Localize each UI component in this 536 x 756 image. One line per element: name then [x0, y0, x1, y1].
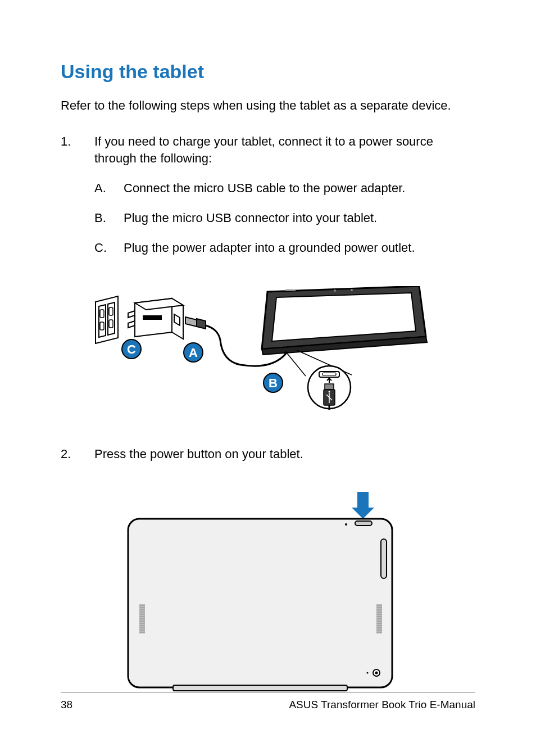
- svg-rect-57: [173, 685, 347, 691]
- svg-rect-22: [128, 519, 392, 687]
- substep-b: B. Plug the micro USB connector into you…: [94, 210, 475, 227]
- svg-point-6: [334, 289, 336, 292]
- intro-text: Refer to the following steps when using …: [61, 97, 475, 114]
- charging-diagram-svg: C A B: [89, 286, 431, 412]
- callout-b: B: [264, 373, 283, 392]
- micro-usb-detail: [308, 366, 351, 410]
- svg-point-24: [345, 523, 347, 526]
- power-button-diagram: [61, 492, 475, 694]
- callout-c: C: [122, 339, 141, 359]
- manual-title: ASUS Transformer Book Trio E-Manual: [289, 699, 475, 711]
- svg-rect-25: [381, 539, 387, 578]
- callout-a: A: [184, 343, 203, 362]
- substep-text: Plug the micro USB connector into your t…: [124, 210, 475, 227]
- substep-a: A. Connect the micro USB cable to the po…: [94, 180, 475, 197]
- svg-text:A: A: [189, 346, 198, 360]
- svg-rect-11: [325, 384, 334, 390]
- step-number: 1.: [61, 133, 94, 269]
- page-number: 38: [61, 699, 72, 711]
- step-number: 2.: [61, 446, 94, 476]
- svg-point-13: [329, 391, 330, 392]
- step-1: 1. If you need to charge your tablet, co…: [61, 133, 475, 269]
- substep-letter: A.: [94, 180, 124, 197]
- svg-rect-5: [285, 289, 296, 291]
- substep-letter: B.: [94, 210, 124, 227]
- press-arrow-icon: [352, 492, 374, 519]
- substep-c: C. Plug the power adapter into a grounde…: [94, 239, 475, 257]
- step-text: Press the power button on your tablet.: [94, 446, 475, 463]
- svg-text:B: B: [269, 376, 278, 390]
- power-outlet-icon: [96, 296, 118, 343]
- substep-text: Connect the micro USB cable to the power…: [124, 180, 475, 197]
- svg-point-55: [375, 672, 378, 674]
- callout-line: [285, 351, 306, 376]
- svg-point-7: [351, 289, 353, 291]
- substep-text: Plug the power adapter into a grounded p…: [124, 239, 475, 257]
- svg-text:C: C: [127, 342, 136, 356]
- page-heading: Using the tablet: [61, 61, 475, 83]
- charging-diagram: C A B: [61, 286, 475, 412]
- svg-rect-21: [357, 492, 369, 508]
- svg-rect-23: [355, 521, 372, 526]
- usb-plug-icon: [185, 317, 206, 329]
- power-adapter-icon: [128, 298, 183, 339]
- manual-page: Using the tablet Refer to the following …: [0, 0, 536, 756]
- step-text: If you need to charge your tablet, conne…: [94, 133, 475, 168]
- page-footer: 38 ASUS Transformer Book Trio E-Manual: [61, 692, 475, 711]
- svg-point-56: [367, 672, 369, 674]
- steps-list: 1. If you need to charge your tablet, co…: [61, 133, 475, 695]
- tablet-front-icon: [262, 286, 427, 355]
- tablet-back-icon: [128, 519, 392, 691]
- step-2: 2. Press the power button on your tablet…: [61, 446, 475, 476]
- power-button-diagram-svg: [122, 492, 401, 694]
- svg-rect-4: [143, 315, 162, 320]
- substep-letter: C.: [94, 239, 124, 257]
